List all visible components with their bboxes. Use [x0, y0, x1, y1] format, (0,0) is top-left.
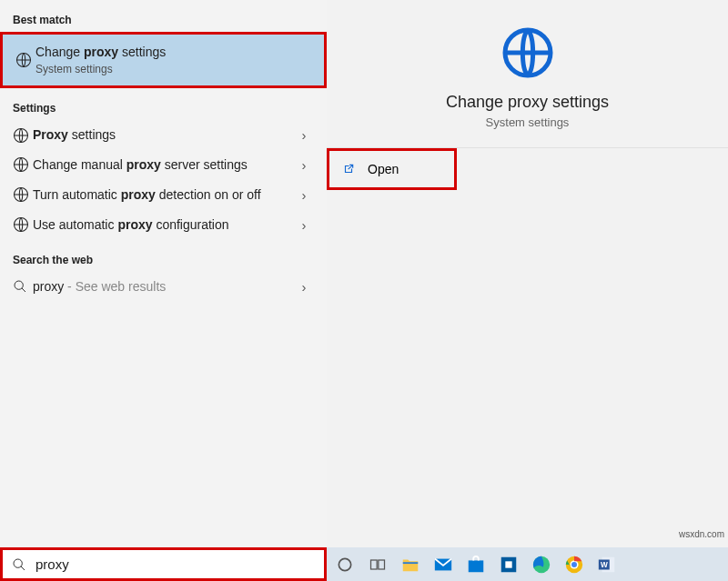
t: proxy — [84, 45, 118, 59]
t: Use automatic — [33, 217, 117, 232]
best-match-highlight: Change proxy settings System settings — [0, 32, 327, 88]
search-box[interactable] — [0, 547, 327, 581]
tile-app-icon[interactable] — [496, 552, 521, 577]
t: detection on or off — [156, 187, 261, 202]
store-icon[interactable] — [463, 552, 489, 577]
t: Change — [35, 45, 84, 59]
section-best-match: Best match — [13, 14, 314, 26]
open-label: Open — [368, 162, 399, 176]
open-external-icon — [342, 163, 360, 175]
word-icon[interactable]: W — [594, 552, 620, 577]
svg-point-8 — [339, 558, 350, 570]
detail-title: Change proxy settings — [446, 93, 609, 112]
section-settings: Settings — [13, 102, 314, 115]
section-search-web: Search the web — [13, 254, 314, 266]
detail-head: Change proxy settings System settings — [327, 25, 728, 129]
settings-item-text: Proxy settings — [33, 126, 294, 144]
open-action-highlight: Open — [327, 148, 457, 190]
best-match-item[interactable]: Change proxy settings System settings — [3, 35, 324, 85]
search-icon — [3, 557, 35, 572]
open-action[interactable]: Open — [329, 151, 454, 187]
globe-icon — [13, 127, 33, 144]
globe-icon — [15, 52, 35, 68]
search-icon — [13, 279, 33, 294]
settings-item-text: Use automatic proxy configuration — [33, 216, 294, 234]
file-explorer-icon[interactable] — [398, 552, 423, 577]
globe-icon — [13, 216, 33, 233]
mail-icon[interactable] — [430, 552, 456, 577]
svg-rect-12 — [469, 560, 484, 572]
t: configuration — [153, 217, 229, 232]
chevron-right-icon: › — [294, 187, 314, 203]
t: Change manual — [33, 157, 126, 172]
t: proxy — [126, 157, 161, 172]
svg-rect-14 — [505, 561, 511, 567]
edge-icon[interactable] — [529, 552, 554, 577]
t: server settings — [161, 157, 248, 172]
svg-text:W: W — [601, 561, 608, 569]
svg-rect-9 — [371, 560, 378, 569]
t: Turn automatic — [33, 187, 121, 202]
svg-rect-10 — [379, 560, 385, 569]
search-results-panel: Best match Change proxy settings System … — [0, 0, 327, 547]
settings-item[interactable]: Change manual proxy server settings › — [0, 150, 327, 180]
svg-point-5 — [15, 281, 23, 289]
web-search-text: proxy - See web results — [33, 278, 294, 296]
globe-icon-large — [500, 25, 555, 80]
best-match-text: Change proxy settings System settings — [35, 44, 311, 76]
t: Proxy — [33, 127, 68, 142]
web-search-item[interactable]: proxy - See web results › — [0, 272, 327, 302]
chevron-right-icon: › — [294, 127, 314, 143]
detail-subtitle: System settings — [486, 115, 570, 129]
chevron-right-icon: › — [294, 157, 314, 173]
t: proxy — [117, 217, 152, 232]
svg-point-7 — [14, 559, 22, 567]
t: settings — [68, 127, 116, 142]
t: - See web results — [64, 279, 166, 294]
settings-item-text: Turn automatic proxy detection on or off — [33, 186, 294, 204]
settings-item[interactable]: Turn automatic proxy detection on or off… — [0, 180, 327, 210]
best-match-sub: System settings — [35, 62, 311, 76]
chevron-right-icon: › — [294, 279, 314, 295]
t: settings — [118, 45, 166, 59]
globe-icon — [13, 186, 33, 203]
chrome-icon[interactable] — [561, 552, 587, 577]
globe-icon — [13, 156, 33, 173]
settings-item-text: Change manual proxy server settings — [33, 156, 294, 174]
cortana-icon[interactable] — [332, 552, 358, 577]
svg-point-18 — [571, 561, 577, 566]
search-input[interactable] — [35, 556, 324, 572]
t: proxy — [121, 187, 156, 202]
t: proxy — [33, 279, 64, 294]
chevron-right-icon: › — [294, 217, 314, 233]
task-view-icon[interactable] — [365, 552, 390, 577]
settings-item[interactable]: Use automatic proxy configuration › — [0, 210, 327, 240]
taskbar: W — [327, 547, 728, 581]
settings-item[interactable]: Proxy settings › — [0, 120, 327, 150]
watermark: wsxdn.com — [679, 529, 724, 539]
bottom-bar: W — [0, 547, 728, 581]
detail-panel: Change proxy settings System settings Op… — [327, 0, 728, 547]
